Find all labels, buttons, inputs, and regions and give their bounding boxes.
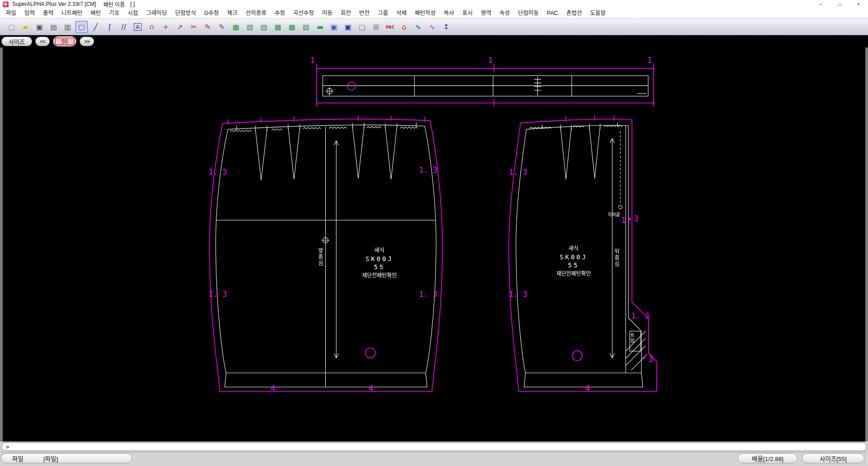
menu-move[interactable]: 이동 xyxy=(318,8,337,18)
tool-icon: PAC xyxy=(386,25,394,29)
tool-icon: ↗ xyxy=(177,23,183,31)
menu-check[interactable]: 체크 xyxy=(223,8,242,18)
front-grade-top-right: 1. 3 xyxy=(419,166,437,175)
menu-grading[interactable]: 그레이딩 xyxy=(142,8,171,18)
pattern-tool-3-button[interactable]: ▨ xyxy=(258,21,270,33)
measure-tool-button[interactable]: ↕ xyxy=(440,21,452,33)
open-folder-button[interactable]: ▰ xyxy=(19,21,32,33)
waistband-grade-mark: 1 xyxy=(488,56,493,65)
back-vent-grade: 1. 3 xyxy=(631,311,650,320)
pattern-document-button[interactable]: ▢ xyxy=(76,21,88,33)
menu-edit[interactable]: 수정 xyxy=(270,8,289,18)
waistband-divisions xyxy=(323,76,648,96)
minimize-button[interactable]: − xyxy=(811,0,830,8)
size-tab[interactable]: 사이즈 xyxy=(1,37,32,46)
menu-knit-pattern[interactable]: 니트패턴 xyxy=(57,8,86,18)
tool-icon: ✎ xyxy=(205,23,211,31)
front-gather-mark xyxy=(367,127,381,128)
menu-point-move[interactable]: 단점이동 xyxy=(514,8,543,18)
menu-bar: 파일입력출력니트패턴패턴기호시접그레이딩단점방식G수정체크선의종류수정곡선수정이… xyxy=(0,8,868,19)
frame-pair-button[interactable]: ⊞ xyxy=(370,21,382,33)
size-value-field[interactable]: 55 xyxy=(55,38,75,45)
menu-property[interactable]: 속성 xyxy=(495,8,514,18)
tool-icon: ↕ xyxy=(443,23,449,31)
menu-rotate[interactable]: 회전 xyxy=(337,8,355,18)
pattern-tool-6-button[interactable]: ▧ xyxy=(300,21,312,33)
menu-point-method[interactable]: 단점방식 xyxy=(171,8,200,18)
menu-input[interactable]: 입력 xyxy=(20,8,39,18)
menu-help[interactable]: 도움말 xyxy=(586,8,610,18)
tool-icon: ⊞ xyxy=(373,23,379,31)
drawing-canvas[interactable]: 1 1 1 앞중심 새식 SK00J 55 재단전패턴확인 1. xyxy=(0,48,868,442)
back-title: 새식 xyxy=(569,245,579,252)
command-line[interactable]: > xyxy=(1,442,867,451)
plot-button[interactable]: ▥ xyxy=(62,21,74,33)
tool-icon: ╱ xyxy=(94,23,98,31)
pen-tool-2-button[interactable]: ✎ xyxy=(216,21,228,33)
menu-measure-line[interactable]: 촌법선 xyxy=(562,8,586,18)
menu-g-edit[interactable]: G수정 xyxy=(200,8,223,18)
corner-tool-button[interactable]: ↗ xyxy=(174,21,186,33)
menu-group[interactable]: 그룹 xyxy=(374,8,392,18)
back-zipper-end-mark xyxy=(618,205,622,209)
scissors-tool-button[interactable]: ✂ xyxy=(188,21,200,33)
tool-icon: ▬ xyxy=(317,23,323,31)
back-hem-band xyxy=(524,373,643,387)
size-next-button[interactable]: >> xyxy=(80,37,94,46)
menu-seam-allowance[interactable]: 시접 xyxy=(123,8,142,18)
duplicate-tool-button[interactable]: ▣ xyxy=(342,21,354,33)
pattern-tool-4-button[interactable]: ▩ xyxy=(272,21,284,33)
front-hem-grade-right: 4 xyxy=(369,384,373,393)
menu-delete[interactable]: 삭제 xyxy=(392,8,411,18)
curve-tool-button[interactable]: ʃ xyxy=(104,21,116,33)
tool-icon: ▢ xyxy=(78,23,85,31)
front-skirt-piece: 앞중심 새식 SK00J 55 재단전패턴확인 1. 3 1. 3 1. 3 1… xyxy=(209,115,442,393)
menu-pattern[interactable]: 패턴 xyxy=(86,8,105,18)
curve-node-button[interactable]: ∿ xyxy=(412,21,424,33)
menu-line-type[interactable]: 선의종류 xyxy=(242,8,270,18)
copy-tool-button[interactable]: ▣ xyxy=(328,21,340,33)
menu-output[interactable]: 출력 xyxy=(39,8,57,18)
pattern-trace-button[interactable]: ⌂ xyxy=(398,21,410,33)
line-tool-button[interactable]: ╱ xyxy=(90,21,102,33)
pac-export-button[interactable]: PAC xyxy=(384,21,396,33)
menu-pac[interactable]: PAC xyxy=(543,8,562,18)
menu-flip[interactable]: 반전 xyxy=(355,8,374,18)
parallel-line-button[interactable]: // xyxy=(118,21,130,33)
tool-icon: // xyxy=(121,23,126,31)
back-vent-grade-3: 3 xyxy=(649,355,653,364)
menu-pattern-make[interactable]: 패턴작성 xyxy=(411,8,440,18)
point-tool-button[interactable]: + xyxy=(160,21,172,33)
maximize-button[interactable]: □ xyxy=(830,0,849,8)
pattern-tool-2-button[interactable]: ▧ xyxy=(244,21,256,33)
print-button[interactable]: ▤ xyxy=(47,21,60,33)
tool-icon: ✂ xyxy=(191,23,197,31)
front-grain-line xyxy=(334,141,338,358)
menu-file[interactable]: 파일 xyxy=(2,8,20,18)
menu-area[interactable]: 영역 xyxy=(477,8,495,18)
pen-tool-button[interactable]: ✎ xyxy=(202,21,214,33)
close-button[interactable]: × xyxy=(849,0,868,8)
back-drill-circle xyxy=(572,351,582,361)
eraser-button[interactable]: ▬ xyxy=(314,21,326,33)
frame-tool-button[interactable]: □ xyxy=(356,21,368,33)
window-controls: − □ × xyxy=(811,0,868,8)
curve-magenta-button[interactable]: ∿ xyxy=(426,21,438,33)
menu-display[interactable]: 표시 xyxy=(458,8,477,18)
back-center-label: 뒤중심 xyxy=(613,248,620,268)
tool-icon: ∿ xyxy=(429,23,435,31)
tool-icon: ⌂ xyxy=(402,23,406,31)
menu-copy[interactable]: 복사 xyxy=(440,8,458,18)
new-document-button[interactable]: ▢ xyxy=(5,21,18,33)
pattern-tool-1-button[interactable]: ▦ xyxy=(230,21,242,33)
tool-icon: ∩ xyxy=(149,23,155,31)
menu-symbol[interactable]: 기호 xyxy=(105,8,123,18)
pattern-tool-5-button[interactable]: ▦ xyxy=(286,21,298,33)
menu-curve-edit[interactable]: 곡선수정 xyxy=(289,8,318,18)
back-zipper-grade-3: 3 xyxy=(634,214,638,223)
command-prompt: > xyxy=(6,443,9,450)
arc-tool-button[interactable]: ∩ xyxy=(146,21,158,33)
size-prev-button[interactable]: << xyxy=(35,37,50,46)
text-tool-button[interactable]: A xyxy=(132,21,144,33)
save-button[interactable]: ▣ xyxy=(33,21,46,33)
